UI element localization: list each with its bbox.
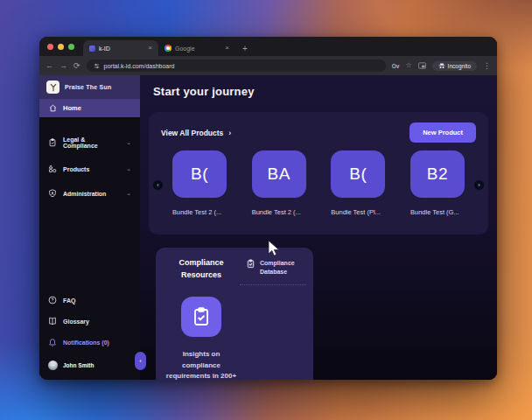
product-card-row: B( Bundle Test 2 (... BA Bundle Test 2 (…: [161, 150, 476, 216]
new-tab-button[interactable]: +: [242, 44, 248, 56]
tab-label: k-ID: [99, 46, 110, 52]
product-card-label: Bundle Test (Pl...: [331, 208, 385, 216]
browser-window: k-ID × Google × + ← → ⟳ portal.k-id.com/…: [39, 37, 497, 380]
product-card[interactable]: B( Bundle Test (Pl...: [331, 150, 385, 216]
incognito-label: Incognito: [448, 63, 471, 69]
address-bar[interactable]: portal.k-id.com/dashboard: [87, 60, 386, 72]
sidebar-item-label: Products: [63, 166, 89, 172]
sidebar-item-home[interactable]: Home: [39, 99, 140, 117]
bookmark-star-icon[interactable]: ☆: [405, 62, 411, 69]
browser-tabstrip: k-ID × Google × +: [39, 37, 497, 56]
toolbar-right: Ov ☆ Incognito ⋮: [392, 61, 491, 71]
compliance-database-card[interactable]: [181, 297, 221, 337]
product-card-label: Bundle Test 2 (...: [172, 208, 227, 216]
sidebar-item-faq[interactable]: FAQ: [39, 291, 140, 309]
clipboard-check-icon: [191, 306, 212, 327]
products-panel: View All Products › New Product B( Bundl…: [149, 112, 488, 234]
sidebar-item-legal-compliance[interactable]: Legal & Compliance ⌄: [39, 131, 140, 154]
view-all-products-label: View All Products: [161, 129, 223, 137]
compliance-panel: Compliance Resources Compliance Database: [156, 248, 313, 380]
kid-favicon-icon: [89, 46, 95, 52]
sidebar-item-label: Glossary: [63, 318, 89, 325]
close-window-button[interactable]: [47, 44, 53, 50]
minimize-window-button[interactable]: [58, 44, 64, 50]
sidebar-item-label: Notifications (0): [63, 340, 109, 346]
product-tile[interactable]: BA: [252, 150, 306, 198]
google-favicon-icon: [164, 45, 172, 52]
compliance-header: Compliance Resources Compliance Database: [163, 257, 306, 285]
product-card[interactable]: B2 Bundle Test (G...: [410, 150, 465, 216]
desktop-wallpaper: k-ID × Google × + ← → ⟳ portal.k-id.com/…: [0, 0, 532, 420]
browser-menu-icon[interactable]: ⋮: [483, 62, 491, 70]
browser-tab-kid[interactable]: k-ID ×: [83, 40, 158, 56]
brand-name: Praise The Sun: [65, 84, 111, 90]
product-card-label: Bundle Test (G...: [410, 208, 465, 216]
product-card[interactable]: BA Bundle Test 2 (...: [252, 150, 306, 216]
sidebar-item-products[interactable]: Products ⌄: [39, 159, 140, 178]
tab-close-icon[interactable]: ×: [148, 45, 152, 52]
dashboard-app: Praise The Sun Home Legal & Com: [39, 75, 497, 380]
product-tile[interactable]: B(: [331, 150, 385, 198]
user-name: John Smith: [63, 362, 94, 368]
product-tile[interactable]: B2: [410, 150, 465, 198]
chevron-down-icon: ⌄: [126, 165, 131, 172]
url-text: portal.k-id.com/dashboard: [104, 63, 175, 69]
sidebar-footer: FAQ Glossary Notifications (0): [39, 291, 140, 380]
user-avatar: [48, 360, 58, 370]
bell-icon: [48, 338, 57, 346]
compliance-description: Insights on compliance requirements in 2…: [163, 349, 240, 380]
pip-icon[interactable]: [418, 62, 426, 69]
chevron-down-icon: ⌄: [126, 190, 131, 197]
incognito-icon: [438, 63, 445, 69]
clipboard-check-icon: [246, 259, 256, 269]
page-title: Start your journey: [153, 85, 488, 98]
compliance-title: Compliance Resources: [163, 257, 240, 282]
compliance-body: Insights on compliance requirements in 2…: [163, 297, 240, 380]
home-icon: [49, 104, 57, 112]
sidebar-user[interactable]: John Smith: [39, 354, 140, 378]
product-tile[interactable]: B(: [172, 150, 227, 198]
browser-tab-google[interactable]: Google ×: [158, 40, 235, 56]
sidebar-item-label: Legal & Compliance: [63, 136, 120, 149]
site-settings-icon[interactable]: [94, 63, 100, 69]
book-icon: [48, 317, 57, 326]
praise-the-sun-logo-icon: [46, 80, 60, 94]
sidebar-item-label: Administration: [63, 191, 106, 197]
product-card[interactable]: B( Bundle Test 2 (...: [172, 150, 227, 216]
tab-label: Google: [175, 46, 195, 52]
sidebar-item-glossary[interactable]: Glossary: [39, 312, 140, 330]
chevron-down-icon: ⌄: [126, 139, 131, 146]
zoom-window-button[interactable]: [68, 44, 74, 50]
sidebar-item-notifications[interactable]: Notifications (0): [39, 333, 140, 351]
sidebar-collapse-button[interactable]: ‹: [135, 352, 146, 370]
reload-icon[interactable]: ⟳: [74, 62, 80, 70]
compliance-database-tab[interactable]: Compliance Database: [240, 257, 306, 285]
carousel-prev-button[interactable]: ‹: [153, 180, 163, 190]
shapes-icon: [48, 164, 57, 173]
brand: Praise The Sun: [39, 75, 140, 99]
main-content: Start your journey View All Products › N…: [140, 75, 497, 380]
question-circle-icon: [48, 296, 57, 304]
carousel-next-button[interactable]: ›: [474, 180, 484, 190]
products-panel-header: View All Products › New Product: [161, 122, 476, 143]
sidebar-header: Praise The Sun Home: [39, 75, 140, 117]
password-manager-icon[interactable]: Ov: [392, 63, 400, 69]
window-controls: [47, 37, 83, 56]
sidebar-item-label: FAQ: [63, 298, 75, 304]
forward-icon[interactable]: →: [60, 62, 67, 70]
product-card-label: Bundle Test 2 (...: [252, 208, 306, 216]
sidebar-item-administration[interactable]: Administration ⌄: [39, 184, 140, 203]
back-icon[interactable]: ←: [46, 62, 53, 70]
clipboard-check-icon: [48, 138, 57, 147]
sidebar-item-label: Home: [63, 104, 81, 112]
view-all-products-link[interactable]: View All Products ›: [161, 129, 231, 137]
chevron-right-icon: ›: [228, 129, 231, 137]
incognito-badge: Incognito: [432, 61, 477, 71]
new-product-button[interactable]: New Product: [410, 122, 476, 143]
sidebar: Praise The Sun Home Legal & Com: [39, 75, 140, 380]
sidebar-menu: Legal & Compliance ⌄ Products ⌄: [39, 117, 140, 203]
compliance-tab-label: Compliance Database: [260, 259, 306, 276]
shield-icon: [48, 189, 57, 198]
tab-close-icon[interactable]: ×: [225, 45, 229, 52]
browser-toolbar: ← → ⟳ portal.k-id.com/dashboard Ov ☆: [39, 56, 497, 75]
